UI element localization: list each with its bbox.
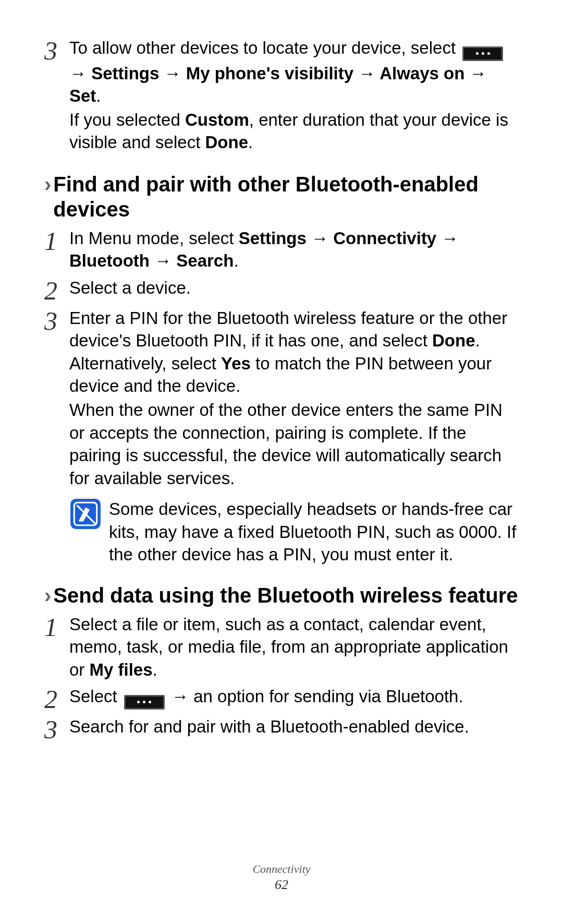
step-item: 3 To allow other devices to locate your … xyxy=(44,37,519,155)
footer-page-number: 62 xyxy=(0,877,563,893)
page-footer: Connectivity 62 xyxy=(0,862,563,893)
step-text: When the owner of the other device enter… xyxy=(69,399,519,489)
note-block: Some devices, especially headsets or han… xyxy=(69,498,519,566)
step-text: . xyxy=(153,660,157,679)
step-item: 1 In Menu mode, select Settings → Connec… xyxy=(44,227,519,273)
more-options-icon xyxy=(124,695,165,710)
step-item: 2 Select a device. xyxy=(44,277,519,304)
section-heading: › Send data using the Bluetooth wireless… xyxy=(44,583,519,608)
bold-text: Done xyxy=(432,331,475,350)
more-options-icon xyxy=(462,46,503,61)
step-item: 2 Select → an option for sending via Blu… xyxy=(44,685,519,712)
step-body: Select → an option for sending via Bluet… xyxy=(69,685,519,711)
step-text: Select xyxy=(69,687,122,706)
step-item: 1 Select a file or item, such as a conta… xyxy=(44,613,519,682)
period: . xyxy=(96,86,101,105)
step-number: 3 xyxy=(44,37,69,64)
step-text: To allow other devices to locate your de… xyxy=(69,38,460,57)
section-heading: › Find and pair with other Bluetooth-ena… xyxy=(44,172,519,222)
chevron-icon: › xyxy=(44,172,51,197)
heading-text: Send data using the Bluetooth wireless f… xyxy=(53,583,518,608)
step-body: Select a file or item, such as a contact… xyxy=(69,613,519,682)
step-number: 1 xyxy=(44,613,69,640)
step-body: Search for and pair with a Bluetooth-ena… xyxy=(69,715,519,739)
step-item: 3 Search for and pair with a Bluetooth-e… xyxy=(44,715,519,742)
step-text: Search for and pair with a Bluetooth-ena… xyxy=(69,715,519,738)
step-text: If you selected xyxy=(69,110,185,129)
bold-text: My files xyxy=(90,660,153,679)
step-number: 3 xyxy=(44,307,69,334)
bold-text: Yes xyxy=(221,354,251,373)
nav-path: → Settings → My phone's visibility → Alw… xyxy=(69,64,487,106)
note-icon xyxy=(69,498,102,530)
step-text: In Menu mode, select xyxy=(69,229,239,248)
step-number: 3 xyxy=(44,715,69,742)
footer-section-label: Connectivity xyxy=(0,862,563,876)
chevron-icon: › xyxy=(44,583,51,608)
step-text: Select a device. xyxy=(69,277,519,299)
note-text: Some devices, especially headsets or han… xyxy=(109,498,519,566)
step-body: Enter a PIN for the Bluetooth wireless f… xyxy=(69,307,519,490)
step-body: To allow other devices to locate your de… xyxy=(69,37,519,155)
step-number: 1 xyxy=(44,227,69,254)
step-number: 2 xyxy=(44,277,69,304)
step-body: Select a device. xyxy=(69,277,519,301)
step-text: . xyxy=(248,133,253,152)
step-text: . xyxy=(234,251,238,270)
step-text: → an option for sending via Bluetooth. xyxy=(172,687,463,706)
bold-text: Custom xyxy=(185,110,249,129)
heading-text: Find and pair with other Bluetooth-enabl… xyxy=(53,172,519,222)
page-content: 3 To allow other devices to locate your … xyxy=(0,0,563,742)
step-number: 2 xyxy=(44,685,69,712)
step-item: 3 Enter a PIN for the Bluetooth wireless… xyxy=(44,307,519,490)
step-body: In Menu mode, select Settings → Connecti… xyxy=(69,227,519,273)
bold-text: Done xyxy=(205,133,248,152)
